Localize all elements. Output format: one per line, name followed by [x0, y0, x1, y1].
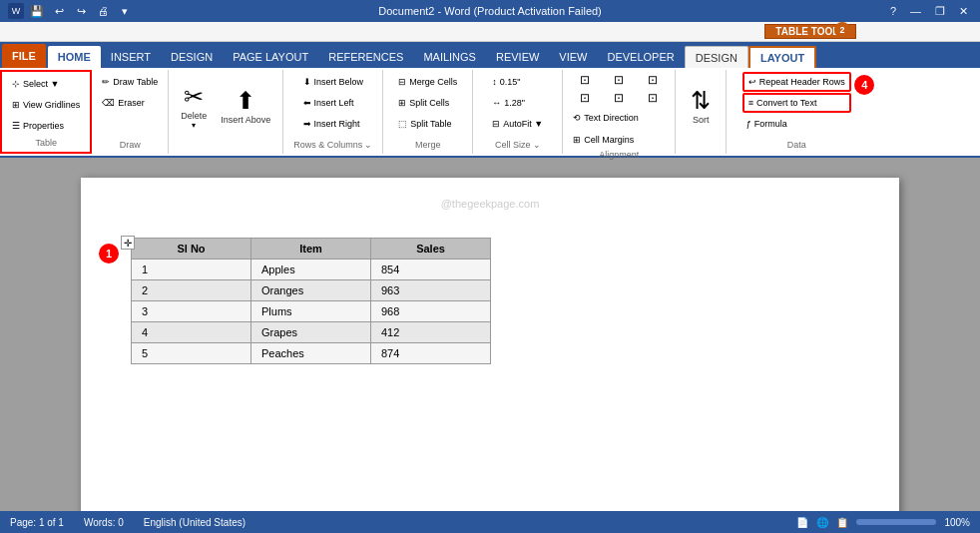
insert-right-button[interactable]: ➡ Insert Right	[299, 114, 368, 134]
table-cell: 5	[132, 343, 251, 364]
table-cell: 412	[371, 322, 491, 343]
sort-group-label	[682, 150, 720, 152]
insert-right-icon: ➡	[303, 119, 311, 129]
align-mid-center-button[interactable]: ⊡	[603, 90, 635, 106]
eraser-button[interactable]: ⌫ Eraser	[98, 93, 162, 113]
title-bar: W 💾 ↩ ↪ 🖨 ▾ Document2 - Word (Product Ac…	[0, 0, 980, 22]
delete-icon: ✂	[184, 85, 204, 109]
table-group-label: Table	[8, 138, 84, 150]
align-mid-right-button[interactable]: ⊡	[637, 90, 669, 106]
convert-to-text-button[interactable]: ≡ Convert to Text	[742, 93, 851, 113]
view-gridlines-button[interactable]: ⊞ View Gridlines	[8, 95, 84, 115]
table-move-handle[interactable]: ✛	[121, 236, 135, 250]
cell-margins-icon: ⊞	[573, 135, 581, 145]
width-icon: ↔	[492, 98, 501, 108]
customize-qa-icon[interactable]: ▾	[116, 2, 134, 20]
text-direction-button[interactable]: ⟲ Text Direction	[569, 108, 669, 128]
insert-below-icon: ⬇	[303, 77, 311, 87]
data-group-label: Data	[733, 140, 860, 152]
table-cell: 963	[371, 280, 491, 301]
table-cell: Peaches	[251, 343, 371, 364]
tab-mailings[interactable]: MAILINGS	[413, 46, 486, 68]
tab-table-design[interactable]: DESIGN	[685, 46, 748, 68]
width-input[interactable]: ↔ 1.28"	[488, 93, 547, 113]
insert-below-button[interactable]: ⬇ Insert Below	[299, 72, 368, 92]
split-cells-button[interactable]: ⊞ Split Cells	[394, 93, 461, 113]
ribbon: ⊹ Select ▼ ⊞ View Gridlines ☰ Properties…	[0, 68, 980, 158]
select-button[interactable]: ⊹ Select ▼	[8, 74, 84, 94]
tab-table-layout[interactable]: LAYOUT	[748, 46, 816, 68]
properties-button[interactable]: ☰ Properties	[8, 116, 84, 136]
table-group-buttons: ⊹ Select ▼ ⊞ View Gridlines ☰ Properties	[8, 74, 84, 136]
insert-left-button[interactable]: ⬅ Insert Left	[299, 93, 368, 113]
rows-cols-label: Rows & Columns ⌄	[289, 140, 376, 152]
tab-insert[interactable]: INSERT	[101, 46, 161, 68]
draw-table-button[interactable]: ✏ Draw Table	[98, 72, 162, 92]
ribbon-group-delete: ✂ Delete ▾ ⬆ Insert Above	[169, 70, 283, 154]
tab-references[interactable]: REFERENCES	[318, 46, 413, 68]
sort-icon: ⇅	[691, 89, 711, 113]
sort-button[interactable]: ⇅ Sort	[682, 72, 720, 142]
tab-design[interactable]: DESIGN	[161, 46, 223, 68]
ribbon-group-draw: ✏ Draw Table ⌫ Eraser Draw	[92, 70, 169, 154]
table-row: 1Apples854	[132, 260, 491, 280]
view-icon-web[interactable]: 🌐	[816, 517, 828, 528]
words-status: Words: 0	[84, 517, 124, 528]
table-tools-bar: TABLE TOOLS 2	[0, 22, 980, 42]
print-qa-icon[interactable]: 🖨	[94, 2, 112, 20]
undo-qa-icon[interactable]: ↩	[50, 2, 68, 20]
tab-page-layout[interactable]: PAGE LAYOUT	[223, 46, 318, 68]
cell-size-expand-icon[interactable]: ⌄	[533, 140, 541, 150]
view-icon-outline[interactable]: 📋	[836, 517, 848, 528]
ribbon-group-merge: ⊟ Merge Cells ⊞ Split Cells ⬚ Split Tabl…	[383, 70, 473, 154]
text-direction-icon: ⟲	[573, 113, 581, 123]
align-mid-left-button[interactable]: ⊡	[569, 90, 601, 106]
table-row: 5Peaches874	[132, 343, 491, 364]
minimize-button[interactable]: —	[906, 5, 925, 17]
autofit-button[interactable]: ⊟ AutoFit ▼	[488, 114, 547, 134]
zoom-slider[interactable]	[856, 519, 936, 525]
alignment-group-label: Alignment	[569, 150, 669, 162]
convert-to-text-icon: ≡	[748, 98, 753, 108]
restore-button[interactable]: ❐	[931, 5, 949, 18]
insert-above-button[interactable]: ⬆ Insert Above	[215, 72, 276, 142]
view-icon-print[interactable]: 📄	[796, 517, 808, 528]
split-table-button[interactable]: ⬚ Split Table	[394, 114, 461, 134]
table-header-row: Sl No Item Sales	[132, 239, 491, 260]
tab-home[interactable]: HOME	[48, 46, 101, 68]
tab-developer[interactable]: DEVELOPER	[597, 46, 684, 68]
align-top-right-button[interactable]: ⊡	[637, 72, 669, 88]
align-top-left-button[interactable]: ⊡	[569, 72, 601, 88]
table-cell: Plums	[251, 301, 371, 322]
height-input[interactable]: ↕ 0.15"	[488, 72, 547, 92]
properties-icon: ☰	[12, 121, 20, 131]
delete-button[interactable]: ✂ Delete ▾	[175, 72, 213, 142]
ribbon-group-alignment: ⊡ ⊡ ⊡ ⊡ ⊡ ⊡ ⟲ Text Direction ⊞ Cell Marg…	[563, 70, 676, 154]
insert-left-icon: ⬅	[303, 98, 311, 108]
tab-file[interactable]: FILE	[2, 44, 46, 68]
tab-view[interactable]: VIEW	[549, 46, 597, 68]
help-button[interactable]: ?	[886, 5, 900, 17]
close-button[interactable]: ✕	[955, 5, 972, 18]
language-status: English (United States)	[144, 517, 245, 528]
watermark: @thegeekpage.com	[441, 198, 540, 210]
table-group-content: ⊹ Select ▼ ⊞ View Gridlines ☰ Properties	[8, 74, 84, 138]
repeat-header-rows-button[interactable]: ↩ Repeat Header Rows	[742, 72, 851, 92]
redo-qa-icon[interactable]: ↪	[72, 2, 90, 20]
data-table: Sl No Item Sales 1Apples8542Oranges9633P…	[131, 238, 491, 364]
cell-size-label: Cell Size ⌄	[479, 140, 556, 152]
delete-group-label	[175, 150, 276, 152]
rows-cols-expand-icon[interactable]: ⌄	[364, 140, 372, 150]
table-row: 4Grapes412	[132, 322, 491, 343]
formula-button[interactable]: ƒ Formula	[742, 114, 851, 134]
ribbon-group-data: ↩ Repeat Header Rows ≡ Convert to Text ƒ…	[727, 70, 866, 154]
merge-cells-button[interactable]: ⊟ Merge Cells	[394, 72, 461, 92]
merge-group-label: Merge	[389, 140, 466, 152]
callout-2-badge: 2	[834, 22, 850, 38]
align-top-center-button[interactable]: ⊡	[603, 72, 635, 88]
save-qa-icon[interactable]: 💾	[28, 2, 46, 20]
ribbon-group-table: ⊹ Select ▼ ⊞ View Gridlines ☰ Properties…	[0, 70, 92, 154]
cell-margins-button[interactable]: ⊞ Cell Margins	[569, 130, 669, 150]
document-page: @thegeekpage.com ✛ 1 Sl No Item Sales 1A…	[81, 178, 899, 511]
tab-review[interactable]: REVIEW	[486, 46, 549, 68]
